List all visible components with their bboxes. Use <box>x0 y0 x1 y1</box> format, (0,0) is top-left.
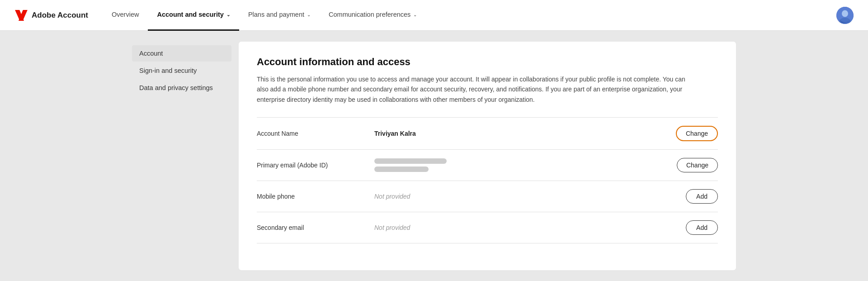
table-row: Account Name Triviyan Kalra Change <box>257 118 718 150</box>
chevron-down-icon: ⌄ <box>413 12 417 17</box>
brand-name: Adobe Account <box>32 11 88 20</box>
table-row: Secondary email Not provided Add <box>257 212 718 243</box>
table-row: Mobile phone Not provided Add <box>257 181 718 212</box>
row-label-mobile-phone: Mobile phone <box>257 193 374 200</box>
nav-item-plans-payment[interactable]: Plans and payment ⌄ <box>239 0 320 31</box>
row-value-account-name: Triviyan Kalra <box>374 130 676 137</box>
sidebar-item-signin-security[interactable]: Sign-in and security <box>132 62 231 79</box>
row-label-primary-email: Primary email (Adobe ID) <box>257 162 374 169</box>
nav-label-overview: Overview <box>112 11 139 18</box>
row-label-secondary-email: Secondary email <box>257 224 374 231</box>
mobile-phone-action: Add <box>686 189 718 204</box>
top-nav: Adobe Account Overview Account and secur… <box>0 0 868 31</box>
main-content: Account information and access This is t… <box>239 42 736 270</box>
nav-label-account-security: Account and security <box>157 11 223 18</box>
nav-items: Overview Account and security ⌄ Plans an… <box>103 0 836 31</box>
nav-label-communication-prefs: Communication preferences <box>329 11 410 18</box>
section-title: Account information and access <box>257 56 718 68</box>
table-row: Primary email (Adobe ID) Change <box>257 150 718 181</box>
sidebar-item-data-privacy[interactable]: Data and privacy settings <box>132 80 231 96</box>
secondary-email-action: Add <box>686 220 718 235</box>
row-label-account-name: Account Name <box>257 130 374 137</box>
info-table: Account Name Triviyan Kalra Change Prima… <box>257 117 718 243</box>
account-name-action: Change <box>676 126 718 141</box>
row-value-primary-email <box>374 158 677 172</box>
section-description: This is the personal information you use… <box>257 74 691 105</box>
chevron-down-icon: ⌄ <box>307 12 311 17</box>
change-primary-email-button[interactable]: Change <box>677 158 718 172</box>
row-value-secondary-email: Not provided <box>374 224 686 231</box>
add-mobile-phone-button[interactable]: Add <box>686 189 718 204</box>
sidebar-label-signin-security: Sign-in and security <box>139 67 197 74</box>
adobe-logo-link[interactable]: Adobe Account <box>14 10 88 21</box>
adobe-logo-icon <box>14 10 28 21</box>
svg-point-1 <box>842 10 848 17</box>
blurred-email-bar-1 <box>374 158 447 164</box>
primary-email-action: Change <box>677 158 718 172</box>
row-value-mobile-phone: Not provided <box>374 193 686 200</box>
user-avatar[interactable] <box>836 7 854 24</box>
nav-item-overview[interactable]: Overview <box>103 0 148 31</box>
nav-label-plans-payment: Plans and payment <box>248 11 304 18</box>
sidebar-item-account[interactable]: Account <box>132 45 231 62</box>
sidebar-label-data-privacy: Data and privacy settings <box>139 84 213 91</box>
add-secondary-email-button[interactable]: Add <box>686 220 718 235</box>
chevron-down-icon: ⌄ <box>226 12 230 17</box>
nav-item-account-security[interactable]: Account and security ⌄ <box>148 0 239 31</box>
nav-item-communication-prefs[interactable]: Communication preferences ⌄ <box>320 0 426 31</box>
page-container: Account Sign-in and security Data and pr… <box>118 31 750 281</box>
sidebar: Account Sign-in and security Data and pr… <box>132 42 231 270</box>
blurred-email-bar-2 <box>374 167 429 172</box>
change-account-name-button[interactable]: Change <box>676 126 718 141</box>
sidebar-label-account: Account <box>139 50 163 57</box>
